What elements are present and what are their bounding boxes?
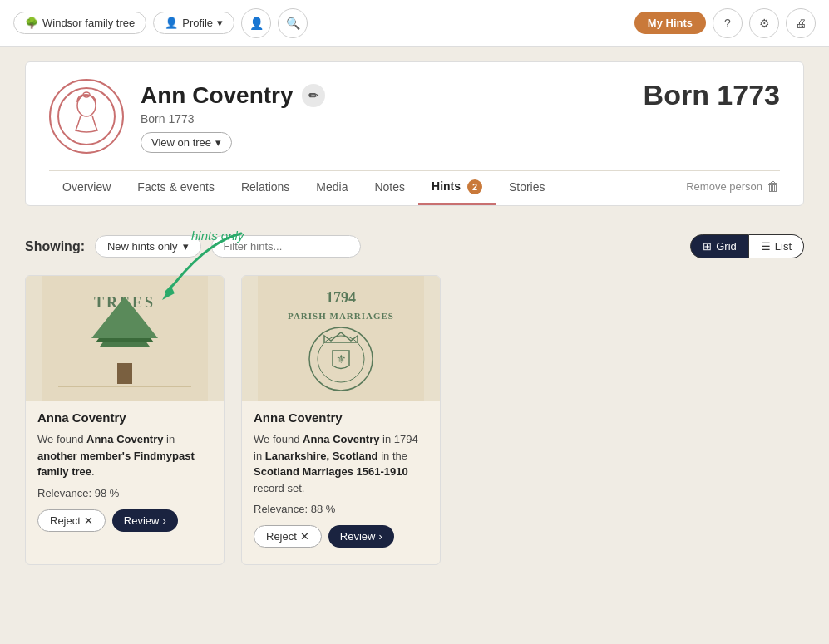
profile-name-row: Ann Coventry ✏ bbox=[141, 82, 325, 109]
settings-button[interactable]: ⚙ bbox=[749, 8, 779, 38]
profile-name: Ann Coventry bbox=[141, 82, 294, 109]
card-relevance-1: Relevance: 98 % bbox=[37, 487, 212, 499]
card-title-2: Anna Coventry bbox=[254, 410, 428, 425]
review-button-2[interactable]: Review › bbox=[328, 525, 394, 548]
top-navigation: 🌳 Windsor family tree 👤 Profile ▾ 👤 🔍 My… bbox=[0, 0, 829, 47]
tree-icon: 🌳 bbox=[25, 17, 38, 29]
list-icon: ☰ bbox=[761, 240, 771, 253]
card-title-1: Anna Coventry bbox=[37, 410, 212, 425]
grid-view-button[interactable]: ⊞ Grid bbox=[690, 234, 749, 258]
view-on-tree-button[interactable]: View on tree ▾ bbox=[141, 132, 232, 153]
card-image-parish: 1794 PARISH MARRIAGES ⚜ bbox=[242, 276, 440, 401]
review-button-1[interactable]: Review › bbox=[112, 509, 178, 532]
profile-info: Ann Coventry ✏ Born 1773 View on tree ▾ bbox=[141, 79, 325, 153]
card-text-2: We found Anna Coventry in 1794 in Lanark… bbox=[254, 431, 428, 496]
person-icon: 👤 bbox=[165, 17, 178, 29]
family-tree-label: Windsor family tree bbox=[42, 17, 135, 29]
nav-right: My Hints ? ⚙ 🖨 bbox=[634, 8, 816, 38]
review-label-2: Review bbox=[340, 530, 376, 543]
edit-icon[interactable]: ✏ bbox=[302, 84, 325, 107]
profile-card: Ann Coventry ✏ Born 1773 View on tree ▾ … bbox=[25, 61, 804, 206]
tab-overview[interactable]: Overview bbox=[49, 172, 124, 204]
svg-text:⚜: ⚜ bbox=[336, 352, 347, 366]
hints-badge: 2 bbox=[467, 179, 482, 194]
close-icon: ✕ bbox=[84, 514, 93, 527]
tab-notes[interactable]: Notes bbox=[361, 172, 418, 204]
person-silhouette-icon: 👤 bbox=[249, 17, 264, 30]
card-body-1: Anna Coventry We found Anna Coventry in … bbox=[26, 401, 224, 548]
chevron-right-icon-2: › bbox=[378, 530, 382, 543]
help-button[interactable]: ? bbox=[713, 8, 743, 38]
card-relevance-2: Relevance: 88 % bbox=[254, 503, 428, 515]
chevron-down-icon: ▾ bbox=[215, 136, 221, 149]
hint-card-1: TREES Anna Coventry We found Anna Covent… bbox=[25, 275, 225, 565]
born-right: Born 1773 bbox=[644, 79, 780, 111]
chevron-down-icon: ▾ bbox=[217, 17, 223, 29]
profile-header: Ann Coventry ✏ Born 1773 View on tree ▾ … bbox=[49, 79, 780, 167]
tab-media[interactable]: Media bbox=[303, 172, 361, 204]
reject-label-1: Reject bbox=[50, 514, 81, 527]
profile-born: Born 1773 bbox=[141, 112, 325, 125]
search-button[interactable]: 🔍 bbox=[278, 8, 308, 38]
nav-left: 🌳 Windsor family tree 👤 Profile ▾ 👤 🔍 bbox=[13, 8, 308, 38]
svg-text:1794: 1794 bbox=[326, 289, 356, 306]
view-tree-label: View on tree bbox=[151, 136, 211, 149]
cards-row: TREES Anna Coventry We found Anna Covent… bbox=[25, 275, 804, 565]
gear-icon: ⚙ bbox=[759, 17, 770, 30]
profile-button[interactable]: 👤 Profile ▾ bbox=[153, 12, 234, 34]
reject-button-2[interactable]: Reject ✕ bbox=[254, 525, 322, 548]
view-toggle: ⊞ Grid ☰ List bbox=[690, 234, 804, 258]
reject-label-2: Reject bbox=[266, 530, 297, 543]
tab-relations[interactable]: Relations bbox=[228, 172, 303, 204]
chevron-down-icon: ▾ bbox=[183, 240, 189, 253]
remove-person-button[interactable]: Remove person 🗑 bbox=[686, 179, 780, 198]
card-body-2: Anna Coventry We found Anna Coventry in … bbox=[242, 401, 440, 564]
close-icon-2: ✕ bbox=[300, 530, 309, 543]
tab-stories[interactable]: Stories bbox=[496, 172, 559, 204]
showing-label: Showing: bbox=[25, 239, 85, 254]
card-actions-1: Reject ✕ Review › bbox=[37, 509, 212, 532]
grid-icon: ⊞ bbox=[703, 240, 712, 253]
chevron-right-icon: › bbox=[162, 514, 165, 527]
family-tree-button[interactable]: 🌳 Windsor family tree bbox=[13, 12, 146, 34]
card-text-1: We found Anna Coventry in another member… bbox=[37, 431, 212, 480]
card-actions-2: Reject ✕ Review › bbox=[254, 525, 428, 548]
main-content: Showing: New hints only ▾ ⊞ Grid ☰ List … bbox=[0, 221, 829, 590]
profile-left: Ann Coventry ✏ Born 1773 View on tree ▾ bbox=[49, 79, 325, 154]
svg-text:PARISH MARRIAGES: PARISH MARRIAGES bbox=[288, 311, 394, 321]
avatar bbox=[49, 79, 124, 154]
search-icon: 🔍 bbox=[286, 17, 300, 30]
showing-row: Showing: New hints only ▾ ⊞ Grid ☰ List bbox=[25, 234, 804, 258]
my-hints-label: My Hints bbox=[648, 17, 693, 29]
filter-hints-input[interactable] bbox=[211, 235, 361, 258]
dropdown-label: New hints only bbox=[107, 240, 178, 253]
tab-facts[interactable]: Facts & events bbox=[124, 172, 228, 204]
hint-card-2: 1794 PARISH MARRIAGES ⚜ Anna Coventry We… bbox=[241, 275, 441, 565]
tab-hints[interactable]: Hints 2 bbox=[418, 171, 496, 205]
card-image-trees: TREES bbox=[26, 276, 224, 401]
list-view-button[interactable]: ☰ List bbox=[749, 234, 804, 258]
my-hints-button[interactable]: My Hints bbox=[634, 12, 706, 34]
print-button[interactable]: 🖨 bbox=[786, 8, 816, 38]
help-icon: ? bbox=[724, 17, 731, 30]
person-icon-button[interactable]: 👤 bbox=[241, 8, 271, 38]
profile-label: Profile bbox=[182, 17, 213, 29]
tabs-row: Overview Facts & events Relations Media … bbox=[49, 170, 780, 205]
svg-rect-6 bbox=[117, 363, 132, 384]
remove-person-label: Remove person bbox=[686, 180, 762, 193]
trash-icon: 🗑 bbox=[767, 179, 780, 194]
reject-button-1[interactable]: Reject ✕ bbox=[37, 509, 106, 532]
print-icon: 🖨 bbox=[795, 17, 807, 30]
hints-filter-dropdown[interactable]: New hints only ▾ bbox=[95, 235, 201, 258]
review-label-1: Review bbox=[124, 514, 160, 527]
